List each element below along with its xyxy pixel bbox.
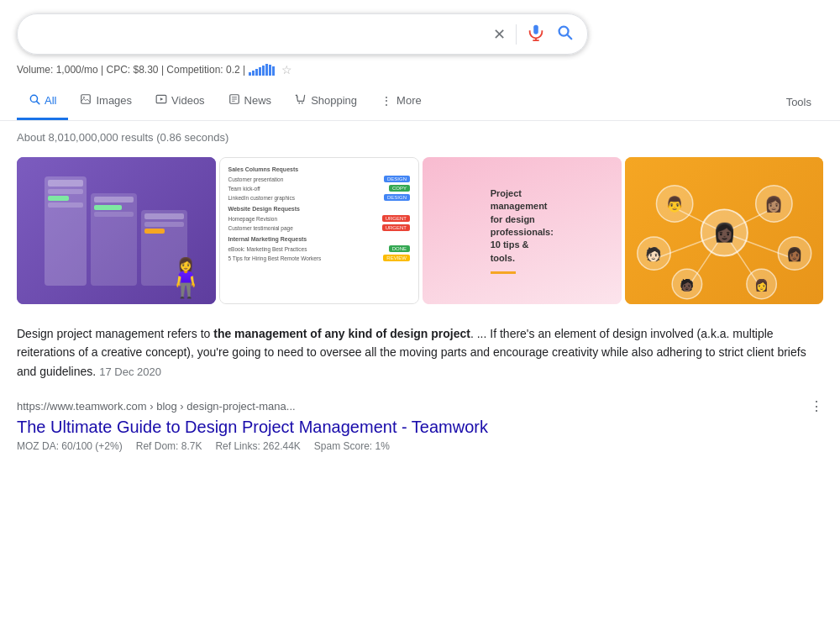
microphone-icon[interactable]	[527, 23, 545, 45]
bar-8	[272, 66, 275, 76]
all-tab-icon	[29, 93, 40, 108]
bar-chart	[249, 64, 275, 76]
result-url: https://www.teamwork.com › blog › design…	[17, 398, 823, 414]
result-title[interactable]: The Ultimate Guide to Design Project Man…	[17, 418, 823, 437]
volume-text: Volume: 1,000/mo | CPC: $8.30 | Competit…	[17, 64, 245, 76]
tab-news[interactable]: News	[217, 83, 284, 120]
svg-point-4	[84, 97, 86, 98]
search-bar: design project management ✕	[17, 13, 588, 55]
tab-images-label: Images	[96, 94, 132, 107]
tools-button[interactable]: Tools	[774, 86, 823, 118]
tab-all[interactable]: All	[17, 83, 68, 120]
tab-more[interactable]: ⋮ More	[369, 84, 433, 120]
bar-7	[269, 65, 271, 76]
tab-videos-label: Videos	[171, 94, 205, 107]
snippet-text-bold: the management of any kind of design pro…	[213, 327, 470, 340]
result-ref-links: Ref Links: 262.44K	[215, 440, 300, 452]
result-entry: https://www.teamwork.com › blog › design…	[0, 392, 840, 462]
shopping-tab-icon	[295, 93, 307, 108]
svg-rect-3	[81, 95, 91, 104]
svg-text:🧑🏻: 🧑🏻	[645, 246, 662, 262]
result-meta: MOZ DA: 60/100 (+2%) Ref Dom: 8.7K Ref L…	[17, 440, 823, 452]
svg-text:🧑🏿: 🧑🏿	[680, 278, 695, 292]
image-4[interactable]: 👩🏿 👨 👩🏽 🧑🏻 👩🏾 🧑🏿 👩	[625, 157, 824, 304]
result-options-icon[interactable]: ⋮	[810, 398, 823, 414]
star-icon[interactable]: ☆	[281, 63, 292, 76]
tab-more-label: More	[396, 94, 422, 107]
image-4-content: 👩🏿 👨 👩🏽 🧑🏻 👩🏾 🧑🏿 👩	[625, 157, 824, 304]
bar-4	[259, 67, 261, 76]
pink-line1: Project	[491, 187, 554, 200]
search-submit-icon[interactable]	[555, 23, 574, 45]
tab-shopping[interactable]: Shopping	[283, 83, 369, 120]
images-tab-icon	[80, 93, 92, 108]
clear-icon[interactable]: ✕	[493, 25, 506, 44]
snippet-section: Design project management refers to the …	[0, 318, 840, 392]
result-moz-da: MOZ DA: 60/100 (+2%)	[17, 440, 123, 452]
image-3-content: Project management for design profession…	[423, 157, 622, 304]
news-tab-icon	[228, 93, 240, 108]
pink-line2: management	[491, 200, 554, 213]
svg-text:👩🏽: 👩🏽	[764, 195, 784, 213]
bar-6	[265, 64, 268, 76]
image-1-content: 🧍‍♀️	[17, 157, 216, 304]
videos-tab-icon	[155, 93, 167, 108]
svg-line-2	[37, 102, 39, 104]
bar-3	[255, 69, 258, 76]
result-ref-dom: Ref Dom: 8.7K	[136, 440, 202, 452]
image-3[interactable]: Project management for design profession…	[423, 157, 622, 304]
image-strip: 🧍‍♀️ Sales Columns Requests Customer pre…	[0, 150, 840, 318]
image-1[interactable]: 🧍‍♀️	[17, 157, 216, 304]
snippet-text: Design project management refers to the …	[17, 324, 823, 381]
tab-images[interactable]: Images	[68, 83, 144, 120]
tab-all-label: All	[45, 94, 56, 107]
pink-line5: 10 tips &	[491, 239, 554, 251]
tab-news-label: News	[244, 94, 272, 107]
svg-point-11	[299, 103, 301, 104]
pink-line3: for design	[491, 213, 554, 226]
bar-2	[252, 71, 255, 76]
image-2[interactable]: Sales Columns Requests Customer presenta…	[219, 157, 420, 304]
nav-tabs: All Images Videos News Shopping ⋮ More T…	[0, 83, 840, 121]
pink-accent-bar	[491, 271, 516, 274]
result-url-text: https://www.teamwork.com › blog › design…	[17, 400, 296, 413]
result-spam-score: Spam Score: 1%	[314, 440, 390, 452]
pink-line4: professionals:	[491, 226, 554, 239]
svg-text:👩🏿: 👩🏿	[712, 221, 736, 244]
pink-card-text: Project management for design profession…	[477, 157, 567, 304]
svg-point-12	[302, 103, 303, 104]
search-bar-icons: ✕	[493, 23, 574, 45]
volume-bar: Volume: 1,000/mo | CPC: $8.30 | Competit…	[0, 61, 840, 83]
bar-1	[249, 72, 251, 76]
snippet-text-before: Design project management refers to	[17, 327, 213, 340]
image-2-content: Sales Columns Requests Customer presenta…	[220, 158, 419, 303]
more-tab-icon: ⋮	[381, 94, 392, 108]
pink-line6: tools.	[491, 252, 554, 265]
snippet-date: 17 Dec 2020	[99, 365, 161, 378]
svg-marker-6	[160, 97, 164, 101]
search-input[interactable]: design project management	[31, 27, 493, 42]
svg-text:👨: 👨	[665, 195, 685, 213]
search-bar-container: design project management ✕	[0, 0, 840, 61]
results-count: About 8,010,000,000 results (0.86 second…	[0, 121, 840, 150]
svg-text:👩🏾: 👩🏾	[786, 246, 803, 262]
vertical-divider	[516, 24, 517, 45]
tab-videos[interactable]: Videos	[144, 83, 217, 120]
bar-5	[262, 66, 265, 76]
svg-point-0	[533, 25, 538, 30]
svg-text:👩: 👩	[754, 278, 769, 292]
tab-shopping-label: Shopping	[311, 94, 357, 107]
